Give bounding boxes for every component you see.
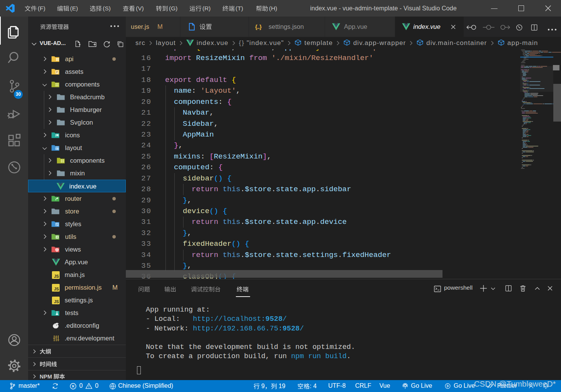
svg-text:JS: JS	[54, 300, 59, 304]
svg-text:JS: JS	[54, 274, 59, 279]
svg-text:JS: JS	[54, 287, 59, 291]
